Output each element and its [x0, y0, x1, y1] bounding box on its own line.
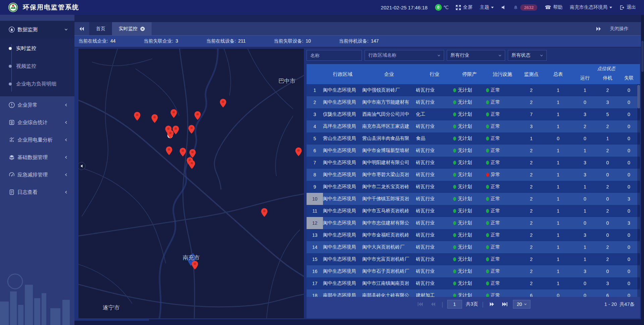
sidebar-item-log-view[interactable]: 日志查看: [0, 183, 74, 201]
row-lost-count: 0: [618, 124, 640, 129]
logout-button[interactable]: 退出: [620, 4, 636, 10]
table-row[interactable]: 2阆中生态环境局阆中市南方节能建材有砖瓦行业无计划正常21030: [307, 96, 640, 108]
next-page-icon: [489, 302, 494, 307]
stat-stopped-devices: 当前停机设备:147: [339, 38, 379, 44]
map-marker[interactable]: [261, 208, 268, 217]
next-page-button[interactable]: [488, 300, 496, 309]
row-region: 阆中生态环境局: [323, 160, 362, 166]
map-marker[interactable]: [179, 148, 186, 157]
close-operations-button[interactable]: 关闭操作: [610, 26, 629, 32]
sidebar-item-power-analysis[interactable]: 企业用电量分析: [0, 131, 74, 149]
page-size-select[interactable]: 20: [513, 300, 531, 309]
tabs-scroll-left-button[interactable]: [74, 22, 89, 35]
map-marker[interactable]: [170, 109, 177, 118]
map-marker[interactable]: [134, 112, 141, 121]
page-scrollbar[interactable]: [641, 15, 644, 325]
table-row[interactable]: 9阆中生态环境局阆中市二龙长宝页岩砖砖瓦行业无计划正常21120: [307, 181, 640, 193]
theme-dropdown[interactable]: 主题: [480, 4, 494, 10]
org-dropdown[interactable]: 南充市生态环境局: [570, 4, 612, 10]
sidebar-item-enterprise-stats[interactable]: 企业综合统计: [0, 114, 74, 131]
map-marker[interactable]: [194, 111, 201, 120]
row-index: 1: [307, 84, 323, 96]
table-row[interactable]: 7阆中生态环境局阆中明阳建材有限公司砖瓦行业无计划正常21300: [307, 157, 640, 169]
table-row[interactable]: 4高坪生态环境局南充市高坪区王家店建砖瓦行业无计划正常31220: [307, 120, 640, 132]
pagination-divider: |: [441, 301, 443, 308]
map-collapse-button[interactable]: [78, 162, 86, 170]
base-data-icon: [9, 154, 15, 160]
tabs-scroll-right-icon[interactable]: [596, 26, 601, 31]
sound-toggle[interactable]: [501, 5, 506, 10]
row-monitor-points: 3: [519, 124, 544, 129]
map-pin-icon: [172, 125, 179, 134]
row-company: 阆中明阳建材有限公司: [362, 160, 416, 166]
row-limit-status: 无计划: [453, 123, 486, 129]
map-marker[interactable]: [295, 147, 302, 156]
help-button[interactable]: ☎ 帮助: [545, 4, 562, 10]
region-filter-select[interactable]: 行政区域名称: [365, 50, 444, 61]
page-scrollbar-thumb[interactable]: [641, 41, 644, 72]
table-row[interactable]: 1阆中生态环境局阆中强锐页岩砖厂砖瓦行业无计划正常21120: [307, 84, 640, 96]
industry-filter-select[interactable]: 所有行业: [447, 50, 505, 61]
map-marker[interactable]: [172, 125, 179, 134]
data-monitor-icon: [9, 26, 15, 33]
row-total-meters: 1: [544, 281, 573, 286]
table-row[interactable]: 6阆中生态环境局阆中市金博瑞新型墙材砖瓦行业无计划正常21120: [307, 145, 640, 157]
name-filter-input[interactable]: [307, 50, 362, 61]
chevron-left-icon: [64, 103, 68, 107]
green-status-dot-icon: [453, 233, 456, 237]
row-limit-status: 无计划: [453, 148, 486, 154]
row-region: 阆中生态环境局: [323, 280, 362, 286]
table-row[interactable]: 5营山生态环境局营山县润丰肉食品有限食品无计划正常10010: [307, 132, 640, 145]
tab-close-icon[interactable]: [140, 26, 145, 31]
table-row[interactable]: 17阆中生态环境局阆中市江南镇阆南页岩砖瓦行业无计划正常21030: [307, 277, 640, 289]
sidebar-item-video-monitor[interactable]: 视频监控: [0, 57, 74, 75]
table-row[interactable]: 12阆中生态环境局阆中市忠信建材有限公砖瓦行业无计划正常21003: [307, 217, 640, 229]
sidebar-item-power-load-detail[interactable]: 企业电力负荷明细: [0, 75, 74, 93]
table-row[interactable]: 13阆中生态环境局阆中市金福旺页岩机砖砖瓦行业无计划正常21300: [307, 229, 640, 241]
map-marker[interactable]: [166, 146, 172, 155]
table-row[interactable]: 11阆中生态环境局阆中市五马桥页岩机砖砖瓦行业无计划正常21120: [307, 205, 640, 217]
table-row[interactable]: 8阆中生态环境局阆中市枣碧大梁山页岩砖瓦行业无计划异常21300: [307, 169, 640, 181]
table-scrollbar-thumb[interactable]: [637, 85, 640, 108]
fullscreen-button[interactable]: 全屏: [456, 4, 472, 10]
map-marker[interactable]: [220, 99, 226, 108]
first-page-button[interactable]: [416, 300, 425, 309]
table-row[interactable]: 15阆中生态环境局阆中市光富页岩机砖厂砖瓦行业无计划正常21120: [307, 253, 640, 265]
status-filter-select[interactable]: 所有状态: [508, 50, 547, 61]
sidebar-item-realtime-monitor[interactable]: 实时监控: [0, 40, 74, 57]
table-row[interactable]: 14阆中生态环境局阆中大兴页岩机砖厂砖瓦行业无计划正常21120: [307, 241, 640, 253]
row-index: 14: [307, 241, 323, 253]
green-status-dot-icon: [453, 161, 456, 165]
row-stopped-count: 0: [597, 172, 618, 177]
map-marker[interactable]: [192, 261, 198, 270]
row-facility-status: 正常: [486, 148, 519, 154]
log-icon: [9, 189, 15, 195]
sidebar-item-base-data[interactable]: 基础数据管理: [0, 149, 74, 166]
table-row[interactable]: 10阆中生态环境局阆中千佛镇五郎垭页岩砖瓦行业无计划正常21003: [307, 193, 640, 205]
map-marker[interactable]: [188, 125, 195, 134]
pagination-bar: | 1 共3页 |: [307, 297, 640, 318]
map-panel[interactable]: 巴中市南充市遂宁市: [78, 49, 304, 318]
last-page-button[interactable]: [500, 300, 509, 309]
table-row[interactable]: 3仪陇生态环境局西南油气田分公司川中化工无计划正常71350: [307, 108, 640, 120]
row-running-count: 1: [573, 184, 597, 189]
sidebar-item-enterprise-alert[interactable]: 企业异常: [0, 96, 74, 114]
table-row[interactable]: 16阆中生态环境局阆中市石子页岩机砖厂砖瓦行业无计划正常21300: [307, 265, 640, 277]
sidebar-item-emergency-reduction[interactable]: 应急减排管理: [0, 166, 74, 183]
col-header-points: 监测点: [519, 64, 544, 84]
tab-home[interactable]: 首页: [89, 22, 112, 35]
row-lost-count: 0: [618, 184, 640, 189]
timeline-dot-icon: [9, 65, 12, 68]
notifications[interactable]: 2632: [513, 4, 537, 11]
row-running-count: 1: [573, 257, 597, 262]
map-marker[interactable]: [151, 114, 158, 123]
page-number-input[interactable]: 1: [447, 300, 462, 309]
map-marker[interactable]: [189, 160, 195, 169]
prev-page-button[interactable]: [429, 300, 437, 309]
row-index: 10: [307, 193, 323, 205]
table-row[interactable]: 18南部生态环境局南部县砖化土砖有限公建材加工无计划正常60060: [307, 289, 640, 297]
row-facility-status: 正常: [486, 280, 519, 286]
table-scrollbar[interactable]: [637, 84, 640, 297]
tab-realtime-monitor[interactable]: 实时监控: [112, 22, 152, 35]
sidebar-item-data-monitor[interactable]: 数据监测: [0, 21, 74, 38]
